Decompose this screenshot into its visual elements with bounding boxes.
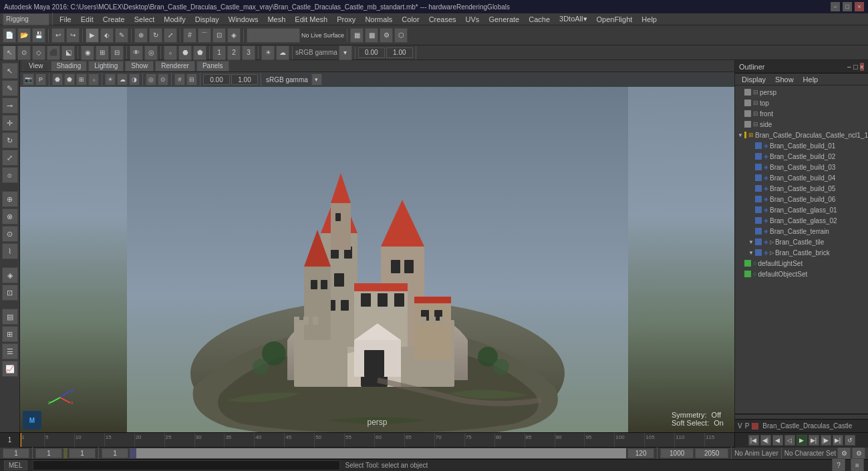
vp-cam-btn[interactable]: 📷	[23, 73, 34, 86]
menu-color[interactable]: Color	[398, 15, 423, 24]
isolate-btn[interactable]: ◎	[144, 45, 158, 60]
expand-icon[interactable]: ▼	[748, 239, 754, 245]
loop-btn[interactable]: ↺	[845, 435, 855, 446]
outliner-item[interactable]: ⊟side	[735, 119, 868, 130]
edge-mode-btn[interactable]: ◇	[32, 45, 45, 60]
gamma-input[interactable]	[386, 47, 413, 58]
outliner-item[interactable]: ⊟top	[735, 98, 868, 108]
vp-wire-btn[interactable]: ⬣	[52, 73, 63, 86]
uvmode-btn[interactable]: ⬕	[61, 45, 75, 60]
outliner-item[interactable]: ◈Bran_Castle_glass_01	[735, 204, 868, 215]
soft-mod-sidebar[interactable]: ⊕	[2, 191, 18, 207]
menu-proxy[interactable]: Proxy	[333, 15, 359, 24]
menu-file[interactable]: File	[55, 15, 76, 24]
menu-modify[interactable]: Modify	[160, 15, 189, 24]
snap-grid-btn[interactable]: #	[183, 28, 196, 43]
mel-tab[interactable]: MEL	[4, 460, 27, 470]
xray-btn[interactable]: ⬦	[164, 45, 177, 60]
menu-normals[interactable]: Normals	[361, 15, 396, 24]
jump-start-btn[interactable]: |◀	[748, 435, 759, 446]
maximize-button[interactable]: □	[843, 2, 852, 11]
anim-start-field[interactable]	[695, 448, 728, 458]
menu-select[interactable]: Select	[130, 15, 159, 24]
outliner-max-btn[interactable]: □	[853, 63, 858, 71]
menu-3dtoall[interactable]: 3DtoAll▾	[555, 14, 591, 24]
snap-curve-btn[interactable]: ⌒	[198, 28, 211, 43]
gamma-vp-input[interactable]	[231, 74, 258, 85]
rotate-tool-btn[interactable]: ↻	[149, 28, 162, 43]
vp-persp-btn[interactable]: P	[35, 73, 46, 86]
last-tool-sidebar[interactable]: ⌾	[2, 167, 18, 183]
menu-cache[interactable]: Cache	[525, 15, 554, 24]
minimize-button[interactable]: −	[831, 2, 840, 11]
range-bar[interactable]	[130, 448, 626, 458]
outliner-item[interactable]: ▼◈▷Bran_Castle_tile	[735, 237, 868, 247]
outliner-item[interactable]: ◈Bran_Castle_build_01	[735, 140, 868, 151]
outliner-menu-display[interactable]: Display	[738, 75, 770, 84]
save-scene-btn[interactable]: 💾	[32, 28, 45, 43]
gamma-vp-arrow[interactable]: ▾	[311, 73, 322, 86]
vertex-mode-btn[interactable]: ⊙	[17, 45, 31, 60]
channel-box-sidebar[interactable]: ▤	[2, 309, 18, 325]
outliner-content[interactable]: ⊟persp ⊟top ⊟front ⊟side▼⊞Bran_Castle_Dr…	[735, 86, 868, 414]
menu-creases[interactable]: Creases	[425, 15, 460, 24]
menu-mesh[interactable]: Mesh	[263, 15, 289, 24]
res1-btn[interactable]: 1	[212, 45, 226, 60]
outliner-min-btn[interactable]: −	[847, 63, 851, 71]
help-line-btn[interactable]: ?	[832, 458, 845, 472]
play-back-btn[interactable]: ◁	[784, 435, 795, 446]
snap-point-btn[interactable]: ⊡	[212, 28, 226, 43]
menu-edit[interactable]: Edit	[77, 15, 98, 24]
shaded-btn[interactable]: ⬟	[193, 45, 206, 60]
hypershade-btn[interactable]: ⬡	[394, 28, 408, 43]
rotate-sidebar[interactable]: ↻	[2, 132, 18, 148]
new-scene-btn[interactable]: 📄	[3, 28, 16, 43]
render-seq-btn[interactable]: ▩	[365, 28, 378, 43]
outliner-item[interactable]: ○defaultObjectSet	[735, 269, 868, 279]
tab-panels[interactable]: Panels	[196, 61, 229, 71]
vp-light2-btn[interactable]: ☁	[117, 73, 128, 86]
res3-btn[interactable]: 3	[242, 45, 255, 60]
outliner-item[interactable]: ◈Bran_Castle_terrain	[735, 226, 868, 237]
show-manip-sidebar[interactable]: ◈	[2, 267, 18, 283]
outliner-item[interactable]: ◈Bran_Castle_build_02	[735, 151, 868, 162]
outliner-item[interactable]: ⊟persp	[735, 87, 868, 98]
current-frame-field[interactable]	[3, 448, 29, 458]
outliner-item[interactable]: ⊟front	[735, 108, 868, 119]
select-tool-btn[interactable]: ▶	[86, 28, 99, 43]
outliner-item[interactable]: ◈Bran_Castle_build_05	[735, 183, 868, 194]
vp-light1-btn[interactable]: ☀	[105, 73, 116, 86]
step-fwd-btn[interactable]: ▶|	[809, 435, 819, 446]
vp-shaded-btn[interactable]: ⬟	[64, 73, 75, 86]
timeline-inner[interactable]: 1510152025303540455055606570758085909510…	[20, 433, 734, 447]
outliner-hscroll-track[interactable]	[735, 415, 868, 419]
no-live-surface-btn[interactable]	[247, 28, 300, 43]
shadow-btn[interactable]: ☁	[276, 45, 289, 60]
expand-icon[interactable]: ▼	[748, 250, 754, 256]
outliner-item[interactable]: ◈Bran_Castle_build_06	[735, 194, 868, 204]
scale-tool-btn[interactable]: ⤢	[164, 28, 177, 43]
menu-uvs[interactable]: UVs	[462, 15, 484, 24]
graph-editor-sidebar[interactable]: 📈	[2, 361, 18, 377]
outliner-scrollbar[interactable]	[735, 414, 868, 419]
outliner-item[interactable]: ▼⊞Bran_Castle_Draculas_Castle_ncl1_1	[735, 130, 868, 140]
outliner-item[interactable]: ◈Bran_Castle_build_04	[735, 172, 868, 183]
tab-lighting[interactable]: Lighting	[88, 61, 124, 71]
range-start-field[interactable]	[102, 448, 128, 458]
ik-handle-sidebar[interactable]: ⌇	[2, 243, 18, 259]
menu-create[interactable]: Create	[99, 15, 129, 24]
vp-xray-btn[interactable]: ⬦	[88, 73, 99, 86]
res2-btn[interactable]: 2	[227, 45, 241, 60]
render-btn[interactable]: ▦	[350, 28, 364, 43]
select-tool-sidebar[interactable]: ↖	[2, 63, 18, 79]
gamma-dropdown-btn[interactable]: ▾	[339, 45, 352, 60]
menu-edit-mesh[interactable]: Edit Mesh	[291, 15, 331, 24]
script-editor-btn[interactable]: ≡	[851, 458, 864, 472]
outliner-item[interactable]: ▼◈▷Bran_Castle_brick	[735, 247, 868, 258]
paint-tool-btn[interactable]: ✎	[115, 28, 128, 43]
jump-end-btn[interactable]: ▶|	[833, 435, 843, 446]
paint-select-sidebar[interactable]: ✎	[2, 80, 18, 96]
open-scene-btn[interactable]: 📂	[17, 28, 31, 43]
wireframe-btn[interactable]: ⬣	[178, 45, 192, 60]
move-tool-btn[interactable]: ⊕	[134, 28, 148, 43]
